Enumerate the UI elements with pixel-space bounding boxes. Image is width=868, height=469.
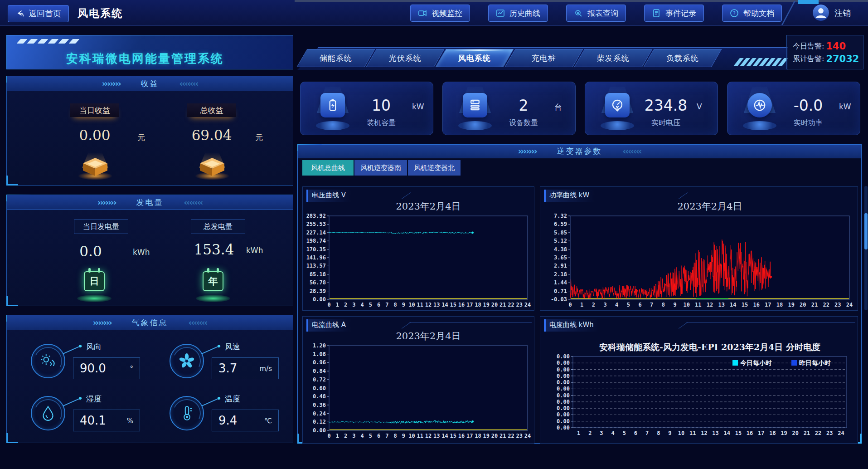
tab-pv-system[interactable]: 光伏系统 <box>366 49 444 67</box>
chevrons-left-icon: ‹‹‹‹‹‹‹ <box>179 79 198 88</box>
svg-text:15: 15 <box>450 433 456 439</box>
svg-text:7.32: 7.32 <box>554 213 567 219</box>
brand-panel: 安科瑞微电网能量管理系统 <box>6 35 293 69</box>
temperature-icon <box>170 396 204 430</box>
tab-charging-pile[interactable]: 充电桩 <box>504 49 583 67</box>
nav-help-button[interactable]: ? 帮助文档 <box>722 5 782 22</box>
wind-speed-display: 3.7 m/s <box>212 357 279 379</box>
svg-text:1.20: 1.20 <box>313 342 326 349</box>
svg-text:0.48: 0.48 <box>313 393 326 400</box>
top-nav-buttons: 视频监控 历史曲线 报表查询 事件记录 ? 帮助文档 <box>410 5 782 22</box>
glow-pedestal <box>196 295 230 302</box>
svg-text:11: 11 <box>689 430 696 436</box>
svg-text:0.00: 0.00 <box>557 399 570 405</box>
current-chart[interactable]: 2023年2月4日1.201.080.960.840.720.600.480.3… <box>303 317 534 443</box>
nav-events-button[interactable]: 事件记录 <box>644 5 704 22</box>
tab-charging-label: 充电桩 <box>532 53 556 64</box>
svg-text:21: 21 <box>804 430 810 436</box>
topbar-divider <box>781 1 795 25</box>
svg-text:2.91: 2.91 <box>554 263 567 269</box>
daily-generation-unit: kWh <box>133 248 150 257</box>
corner-decor <box>6 296 18 306</box>
svg-text:18: 18 <box>475 302 481 308</box>
svg-text:16: 16 <box>747 430 753 436</box>
pointer-line <box>63 346 79 354</box>
generation-panel: ››››››› 发电量 ‹‹‹‹‹‹‹ 当日发电量 总发电量 0.0 kWh 1… <box>6 195 293 306</box>
energy-chart[interactable]: 安科瑞储能系统-风力发电-EPI 2023年2月4日 分时电度0.000.000… <box>540 317 858 443</box>
wind-direction-label: 风向 <box>86 342 102 352</box>
top-bar: 返回首页 风电系统 视频监控 历史曲线 报表查询 事件记录 ? 帮助文档 注销 <box>0 0 868 26</box>
power-chart[interactable]: 2023年2月4日7.326.595.855.124.383.652.912.1… <box>540 187 858 310</box>
svg-text:6.59: 6.59 <box>554 221 567 227</box>
scrollbar-thumb[interactable] <box>864 213 868 249</box>
nav-report-button[interactable]: 报表查询 <box>566 5 626 22</box>
svg-text:9: 9 <box>402 433 405 439</box>
tab-load-system[interactable]: 负载系统 <box>643 49 722 67</box>
pedestal-decor <box>601 121 634 130</box>
svg-text:16: 16 <box>458 433 465 439</box>
svg-text:0.12: 0.12 <box>313 419 326 425</box>
voltage-label: 实时电压 <box>639 118 693 128</box>
svg-text:0: 0 <box>327 433 330 439</box>
glow-pedestal <box>77 295 112 302</box>
svg-text:14: 14 <box>441 302 448 308</box>
revenue-box-icon <box>192 152 233 181</box>
svg-text:3: 3 <box>603 302 606 308</box>
wind-speed-unit: m/s <box>260 365 272 373</box>
svg-text:2023年2月4日: 2023年2月4日 <box>396 201 461 212</box>
nav-history-button[interactable]: 历史曲线 <box>488 5 548 22</box>
svg-text:17: 17 <box>758 430 764 436</box>
nav-video-label: 视频监控 <box>432 8 462 19</box>
svg-text:6: 6 <box>377 433 380 439</box>
svg-text:2: 2 <box>588 430 592 436</box>
energy-chart-tag: 电度曲线 kWh <box>544 319 599 332</box>
svg-text:0.00: 0.00 <box>557 386 570 392</box>
total-generation-label: 总发电量 <box>191 220 245 234</box>
humidity-value: 40.1 <box>80 414 106 427</box>
inverter-section: ››››››› 逆变器参数 ‹‹‹‹‹‹‹ 风机总曲线 风机逆变器南 风机逆变器… <box>297 144 862 444</box>
avatar[interactable] <box>813 5 829 21</box>
tab-load-label: 负载系统 <box>666 53 699 64</box>
devices-unit: 台 <box>554 102 562 112</box>
tab-storage-label: 储能系统 <box>320 53 352 64</box>
nav-video-button[interactable]: 视频监控 <box>410 5 470 22</box>
wind-speed-label: 风速 <box>225 342 240 352</box>
svg-text:20: 20 <box>491 433 498 439</box>
logout-button[interactable]: 注销 <box>834 8 851 19</box>
svg-text:1: 1 <box>336 433 339 439</box>
top-edge-accent <box>798 0 819 4</box>
svg-text:昨日每小时: 昨日每小时 <box>799 359 831 366</box>
voltage-chart[interactable]: 2023年2月4日283.92255.53227.14198.74170.351… <box>303 187 534 310</box>
tab-storage-system[interactable]: 储能系统 <box>296 49 375 67</box>
tab-wind-system[interactable]: 风电系统 <box>435 49 514 67</box>
svg-text:19: 19 <box>781 430 787 436</box>
svg-text:4: 4 <box>360 433 364 439</box>
svg-text:20: 20 <box>800 302 806 308</box>
tab-diesel-system[interactable]: 柴发系统 <box>574 49 652 67</box>
svg-text:10: 10 <box>408 302 415 308</box>
pointer-line <box>201 398 218 406</box>
alarm-today-label: 今日告警: <box>793 42 824 51</box>
svg-text:5.12: 5.12 <box>554 238 567 244</box>
wind-speed-value: 3.7 <box>218 362 237 375</box>
subtab-inverter-north[interactable]: 风机逆变器北 <box>408 160 461 176</box>
revenue-panel-header: ››››››› 收益 ‹‹‹‹‹‹‹ <box>7 76 293 91</box>
svg-text:19: 19 <box>483 302 490 308</box>
svg-text:7: 7 <box>650 302 653 308</box>
svg-text:0.00: 0.00 <box>557 360 570 366</box>
svg-text:0.00: 0.00 <box>557 392 570 399</box>
top-edge-strip <box>295 0 868 2</box>
svg-text:0.96: 0.96 <box>313 359 326 366</box>
chevrons-right-icon: ››››››› <box>97 198 116 207</box>
temperature-unit: ℃ <box>264 417 272 425</box>
power-chart-tile: 功率曲线 kW 2023年2月4日7.326.595.855.124.383.6… <box>540 186 858 311</box>
back-home-button[interactable]: 返回首页 <box>8 5 69 22</box>
alarm-today-value: 140 <box>826 41 846 52</box>
svg-text:0.00: 0.00 <box>557 405 570 411</box>
svg-text:0.00: 0.00 <box>557 411 570 418</box>
svg-text:14: 14 <box>441 433 448 439</box>
chevrons-right-icon: ››››››› <box>93 318 112 327</box>
svg-text:227.14: 227.14 <box>306 230 326 236</box>
subtab-total-curve[interactable]: 风机总曲线 <box>302 160 354 176</box>
subtab-inverter-south[interactable]: 风机逆变器南 <box>354 160 407 176</box>
